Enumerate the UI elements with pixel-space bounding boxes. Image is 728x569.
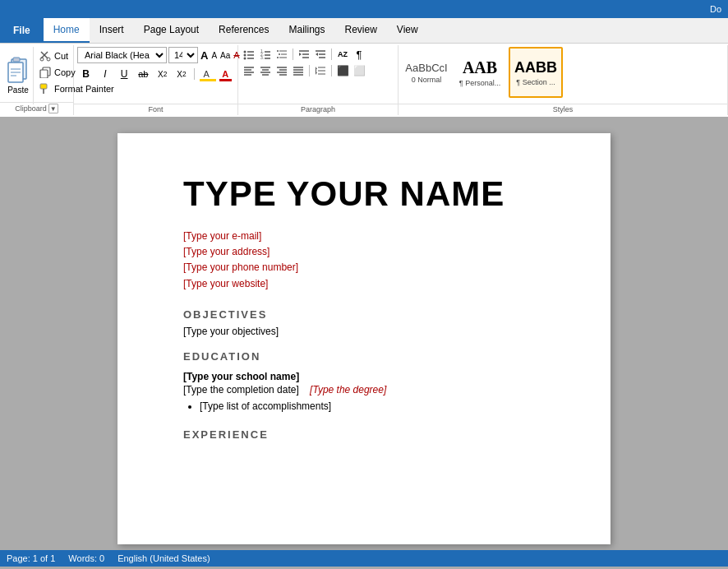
clipboard-expand-button[interactable]: ▼ (48, 104, 58, 113)
word-count: Words: 0 (68, 553, 104, 563)
phone-field[interactable]: [Type your phone number] (183, 260, 545, 275)
tab-references[interactable]: References (209, 18, 279, 43)
font-bottom-row: B I U ab X2 X2 A A (77, 65, 234, 83)
style-normal-button[interactable]: AaBbCcI 0 Normal (402, 47, 451, 98)
align-left-button[interactable] (242, 63, 256, 78)
italic-button[interactable]: I (96, 65, 113, 83)
change-case-button[interactable]: Aa (219, 48, 231, 62)
language: English (United States) (117, 553, 210, 563)
underline-button[interactable]: U (116, 65, 133, 83)
show-marks-button[interactable]: ¶ (352, 47, 366, 62)
strikethrough-button[interactable]: ab (135, 65, 152, 83)
copy-label: Copy (54, 67, 76, 77)
accomplishments-list: [Type list of accomplishments] (200, 400, 545, 412)
border-button[interactable]: ⬜ (352, 63, 366, 78)
clipboard-group-label: Clipboard ▼ (0, 102, 73, 113)
svg-marker-35 (299, 53, 302, 56)
bullets-button[interactable] (242, 47, 256, 62)
experience-section-title: EXPERIENCE (183, 428, 545, 441)
numbering-button[interactable]: 1. 2. 3. (258, 47, 273, 62)
align-right-button[interactable] (274, 63, 289, 78)
style-personal-preview: AAB (463, 58, 497, 77)
svg-rect-12 (40, 84, 47, 89)
font-top-row: Arial Black (Hea 14 A A Aa A (77, 47, 234, 63)
tab-mailings[interactable]: Mailings (279, 18, 334, 43)
accomplishment-item[interactable]: [Type list of accomplishments] (200, 400, 545, 412)
font-shrink-button[interactable]: A (210, 48, 218, 62)
svg-marker-59 (316, 67, 317, 75)
document-contact: [Type your e-mail] [Type your address] [… (183, 229, 545, 292)
status-bar: Page: 1 of 1 Words: 0 English (United St… (0, 550, 728, 567)
multilevel-list-button[interactable] (274, 47, 289, 62)
tab-view[interactable]: View (387, 18, 428, 43)
completion-date-field[interactable]: [Type the completion date] (183, 384, 299, 396)
document-area: TYPE YOUR NAME [Type your e-mail] [Type … (0, 117, 728, 550)
svg-point-16 (244, 54, 247, 57)
objectives-text[interactable]: [Type your objectives] (183, 326, 545, 337)
svg-rect-11 (40, 70, 48, 78)
title-text: Do (710, 4, 721, 14)
font-grow-button[interactable]: A (200, 48, 209, 62)
tab-insert[interactable]: Insert (90, 18, 134, 43)
style-section-label: ¶ Section ... (516, 78, 555, 86)
file-tab[interactable]: File (0, 18, 44, 43)
degree-field[interactable]: [Type the degree] (310, 384, 386, 396)
justify-button[interactable] (291, 63, 306, 78)
style-personal-label: ¶ Personal... (459, 79, 500, 87)
clipboard-group: Paste Cut (0, 45, 74, 115)
document-name[interactable]: TYPE YOUR NAME (183, 174, 545, 214)
cut-icon (39, 49, 52, 62)
title-bar: Do (0, 0, 728, 18)
svg-marker-39 (316, 53, 318, 56)
date-degree-row: [Type the completion date] [Type the deg… (183, 384, 545, 396)
font-color-button[interactable]: A (217, 65, 234, 83)
address-field[interactable]: [Type your address] (183, 244, 545, 260)
style-normal-label: 0 Normal (412, 76, 442, 84)
font-selector[interactable]: Arial Black (Hea (77, 47, 167, 63)
decrease-indent-button[interactable] (297, 47, 311, 62)
website-field[interactable]: [Type your website] (183, 276, 545, 292)
font-group: Arial Black (Hea 14 A A Aa A B I U ab X2… (74, 45, 238, 115)
sort-button[interactable]: AZ (335, 47, 350, 62)
text-highlight-button[interactable]: A (197, 65, 214, 83)
school-name-field[interactable]: [Type your school name] (183, 371, 545, 382)
increase-indent-button[interactable] (313, 47, 328, 62)
education-section-title: EDUCATION (183, 350, 545, 363)
style-personal-button[interactable]: AAB ¶ Personal... (453, 47, 507, 98)
font-size-selector[interactable]: 14 (168, 47, 198, 63)
copy-icon (39, 66, 52, 79)
svg-point-26 (277, 50, 279, 52)
tab-review[interactable]: Review (334, 18, 386, 43)
styles-group-label: Styles (399, 104, 727, 113)
paste-button[interactable]: Paste (3, 47, 34, 104)
align-center-button[interactable] (258, 63, 273, 78)
line-spacing-button[interactable] (313, 63, 328, 78)
superscript-button[interactable]: X2 (173, 65, 190, 83)
paragraph-group-label: Paragraph (238, 104, 398, 113)
svg-text:3.: 3. (260, 55, 264, 60)
svg-point-14 (244, 51, 247, 53)
page-info: Page: 1 of 1 (7, 553, 55, 563)
ribbon-tabs: File Home Insert Page Layout References … (0, 18, 728, 43)
paste-label: Paste (7, 86, 29, 95)
bold-button[interactable]: B (77, 65, 94, 83)
document-page: TYPE YOUR NAME [Type your e-mail] [Type … (117, 133, 611, 544)
tab-page-layout[interactable]: Page Layout (134, 18, 209, 43)
subscript-button[interactable]: X2 (154, 65, 171, 83)
email-field[interactable]: [Type your e-mail] (183, 229, 545, 244)
svg-point-30 (277, 57, 279, 58)
svg-point-18 (244, 58, 247, 60)
styles-group: AaBbCcI 0 Normal AAB ¶ Personal... AABB … (399, 45, 728, 115)
style-section-preview: AABB (514, 59, 557, 76)
svg-rect-2 (13, 58, 20, 62)
svg-point-9 (47, 58, 50, 61)
font-group-label: Font (74, 104, 237, 113)
style-section-button[interactable]: AABB ¶ Section ... (509, 47, 563, 98)
ribbon-content: Paste Cut (0, 43, 728, 117)
objectives-section-title: OBJECTIVES (183, 308, 545, 321)
tab-home[interactable]: Home (44, 18, 90, 43)
format-painter-icon (39, 82, 52, 95)
shading-button[interactable]: ⬛ (335, 63, 350, 78)
cut-label: Cut (54, 51, 68, 61)
styles-row: AaBbCcI 0 Normal AAB ¶ Personal... AABB … (402, 47, 724, 98)
